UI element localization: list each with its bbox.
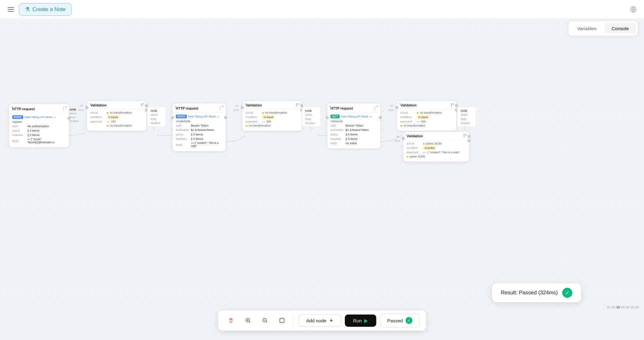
http3-subtitle: Note Taking API Mock [341, 115, 369, 118]
validation3-title: Validation [400, 103, 417, 107]
isok1-headers-label: headers [70, 120, 79, 122]
http2-authtoken-label: authtoken [176, 128, 190, 132]
v4-port-right-err [468, 139, 470, 142]
http1-endpoint: register [12, 120, 22, 123]
zoom-out-button[interactable] [258, 314, 272, 327]
add-node-label: Add node [306, 318, 326, 323]
http3-headers-value: || 0 items [346, 137, 358, 140]
passed-button[interactable]: Passed ✓ [380, 314, 419, 327]
svg-rect-14 [280, 318, 284, 323]
result-badge: Result: Passed (324ms) ✓ [492, 283, 581, 302]
validation1-body: actual ◆ no transformation condition is … [87, 109, 146, 131]
http3-port-right [379, 116, 382, 119]
v4-condition-label: condition [407, 146, 422, 150]
toolbar-divider-1 [294, 315, 294, 326]
fit-button[interactable] [275, 314, 289, 327]
create-note-button[interactable]: ⚗ Create a Note [19, 3, 72, 16]
validation4-title: Validation [407, 134, 423, 138]
validation2-body: actual ◆ no transformation condition is … [242, 109, 302, 131]
v2-actual-label: actual [246, 111, 261, 114]
header: ⚗ Create a Note [0, 0, 644, 19]
validation2-title: Validation [246, 103, 262, 107]
http1-auth-label: auth [12, 124, 26, 128]
http3-port-left [326, 116, 329, 119]
validation-node-1: Validation ⋮ actual ◆ no transformation … [87, 101, 147, 131]
isok3r-status: status [461, 113, 473, 116]
http2-body-value: == { "content": "this is a note" [191, 141, 222, 148]
v1-diamond: ◆ [107, 111, 108, 114]
http-request-node-3: HTTP request ⋮ GET Note Taking API Mock … [327, 103, 380, 149]
http3-query-label: query [330, 133, 344, 136]
http-request-node-1: HTTP request ⋮ POST Note Taking API Mock… [9, 104, 69, 148]
http2-authtoken-value: $1 $.bearerToken [191, 128, 214, 132]
v3-condition-label: condition [400, 116, 415, 119]
validation-node-2: Validation ⋮ actual ◆ no transformation … [242, 101, 302, 131]
result-check-icon: ✓ [562, 288, 572, 298]
isok1-label: isOk [70, 108, 79, 111]
node-body-http3: GET Note Taking API Mock v1 notesList au… [327, 113, 380, 148]
v1-ok-label: ok [80, 104, 83, 107]
http2-method-badge: POST [176, 115, 187, 118]
http1-method-badge: POST [12, 115, 23, 119]
http1-body-value: == { "email": "${uuid()}@example.cc [27, 138, 66, 144]
globe-button[interactable] [628, 4, 639, 15]
http3-version: v1 [369, 115, 372, 118]
tab-console[interactable]: Console [605, 23, 636, 34]
run-button[interactable]: Run ▶ [345, 314, 376, 327]
v3-port-left [396, 106, 398, 109]
http2-query-value: || 0 items [191, 133, 203, 136]
svg-rect-1 [8, 9, 14, 10]
add-node-button[interactable]: Add node [299, 314, 341, 327]
http1-query-value: || 0 items [27, 129, 39, 132]
minimap [607, 306, 639, 309]
v4-port-right-ok [468, 135, 470, 138]
run-label: Run [353, 318, 362, 323]
http2-subtitle: Note Taking API Mock [188, 115, 216, 118]
result-checkmark: ✓ [565, 290, 569, 296]
v2-ok-label: ok [236, 104, 238, 107]
v2-actual-value: no transformation [265, 111, 287, 114]
validation4-body: actual ◆ parse JSON condition includes e… [403, 140, 469, 162]
v1-eq-sign: == [107, 120, 110, 123]
tabs-panel: Variables Console [569, 21, 638, 36]
v4-actual-value: parse JSON [426, 142, 441, 145]
isok-node-1: isOk status body headers [70, 108, 79, 122]
http3-endpoint: notesList [330, 119, 342, 123]
v4-port-left [402, 137, 405, 140]
v4-actual-label: actual [407, 142, 422, 145]
http1-headers-label: headers [12, 133, 26, 137]
isok2r-status: status [305, 113, 317, 116]
v4-expected-value: { "content": "this is a note", [427, 151, 461, 154]
v4-ok-label: ok [397, 135, 399, 138]
bottom-toolbar: Add node Run ▶ Passed ✓ [218, 310, 426, 331]
result-label: Result: Passed (324ms) [501, 290, 558, 296]
v1-error-label: error [78, 109, 84, 111]
menu-icon[interactable] [5, 4, 16, 15]
v1-port-right-ok [145, 104, 148, 107]
v3-expected-value: 200 [421, 120, 426, 123]
v2-condition-label: condition [246, 116, 261, 119]
tab-variables[interactable]: Variables [570, 23, 603, 34]
zoom-in-button[interactable] [242, 314, 255, 327]
v1-diamond2: ◆ [107, 124, 108, 127]
isok3r-headers: headers [461, 122, 473, 125]
v2-port-left [241, 106, 244, 109]
delete-button[interactable] [225, 314, 238, 327]
http2-headers-value: || 0 items [191, 137, 203, 140]
http2-port-left [171, 116, 174, 119]
http3-authtoken-value: $1 $.bearerToken [346, 128, 369, 132]
node-header-http2: HTTP request ⋮ [173, 104, 225, 113]
v2-condition-value: is equal [262, 115, 275, 119]
isok2r-label: isOk [305, 109, 317, 112]
validation3-body: actual ◆ no transformation condition is … [397, 109, 456, 131]
isok2r-body: body [305, 117, 317, 121]
http2-query-label: query [176, 133, 190, 136]
node-header-http1: HTTP request ⋮ [9, 104, 69, 113]
v2-expected-value: 200 [266, 120, 271, 123]
validation4-header: Validation ⋮ [403, 132, 469, 140]
isok3r-label: isOk [461, 109, 473, 112]
play-icon: ▶ [364, 318, 368, 324]
node-header-http3: HTTP request ⋮ [327, 104, 380, 113]
http3-headers-label: headers [330, 137, 344, 140]
v2-error-label: error [234, 109, 239, 111]
